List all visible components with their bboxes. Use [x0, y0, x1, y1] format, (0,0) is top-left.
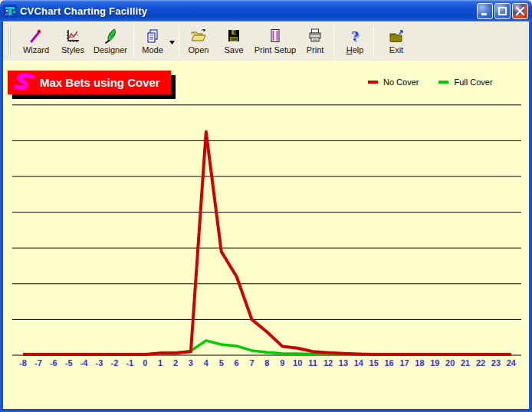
- wizard-label: Wizard: [23, 45, 49, 54]
- styles-label: Styles: [61, 45, 84, 54]
- print-setup-label: Print Setup: [255, 45, 296, 54]
- open-button[interactable]: Open: [183, 25, 214, 60]
- toolbar-grip[interactable]: [7, 26, 11, 57]
- help-label: Help: [346, 45, 364, 54]
- toolbar-separator: [133, 26, 134, 57]
- save-button[interactable]: Save: [218, 25, 249, 60]
- x-axis-label: 23: [488, 358, 504, 368]
- toolbar-separator: [179, 26, 179, 57]
- x-axis-label: 3: [182, 358, 199, 368]
- question-mark-icon: ?: [351, 27, 359, 44]
- x-axis-label: 22: [472, 358, 489, 368]
- print-label: Print: [307, 45, 324, 54]
- app-chart-icon: [3, 5, 17, 18]
- floppy-disk-icon: [226, 27, 241, 44]
- chart-styles-icon: [65, 27, 80, 44]
- x-axis-label: 16: [381, 358, 398, 368]
- print-setup-button[interactable]: Print Setup: [251, 25, 300, 60]
- x-axis-label: 7: [244, 358, 261, 368]
- open-label: Open: [189, 45, 209, 54]
- x-axis-label: 1: [152, 358, 169, 368]
- window-bottom-border: [0, 409, 532, 412]
- x-axis-label: 10: [289, 358, 306, 368]
- page-setup-icon: [268, 27, 283, 44]
- save-label: Save: [224, 45, 243, 54]
- help-button[interactable]: ? Help: [340, 25, 370, 60]
- x-axis-label: -8: [15, 358, 31, 368]
- x-axis-label: 24: [503, 358, 520, 368]
- magic-wand-icon: [28, 27, 44, 44]
- x-axis-label: 21: [457, 358, 474, 368]
- window-right-border: [529, 21, 532, 409]
- x-axis-label: 19: [426, 358, 443, 368]
- minimize-button[interactable]: [477, 3, 493, 19]
- x-axis-label: 8: [258, 358, 275, 368]
- x-axis-label: 5: [213, 358, 230, 368]
- chart-plot-area: [3, 61, 529, 409]
- wizard-button[interactable]: Wizard: [18, 25, 54, 60]
- x-axis-label: 14: [350, 358, 367, 368]
- series-line-no-cover: [23, 132, 511, 354]
- x-axis-label: 9: [274, 358, 291, 368]
- exit-button[interactable]: Exit: [381, 25, 412, 60]
- x-axis-label: 2: [167, 358, 184, 368]
- x-axis-label: 12: [320, 358, 337, 368]
- window-controls: [477, 3, 528, 19]
- designer-button[interactable]: Designer: [90, 25, 131, 60]
- x-axis-label: 18: [411, 358, 428, 368]
- exit-folder-icon: [388, 27, 405, 44]
- x-axis-label: -4: [76, 358, 93, 368]
- x-axis-label: -2: [106, 358, 123, 368]
- mode-label: Mode: [142, 45, 163, 54]
- app-window: CVChart Charting Facillity: [0, 0, 532, 412]
- feather-pen-icon: [103, 27, 118, 44]
- toolbar-separator: [373, 26, 374, 57]
- x-axis-label: 11: [304, 358, 321, 368]
- x-axis-label: -5: [61, 358, 77, 368]
- x-axis-label: 0: [136, 358, 153, 368]
- x-axis-label: -1: [121, 358, 138, 368]
- x-axis-label: 20: [442, 358, 458, 368]
- x-axis-label: -7: [30, 358, 47, 368]
- x-axis-label: -3: [91, 358, 108, 368]
- close-button[interactable]: [512, 3, 528, 19]
- series-line-full-cover: [160, 341, 389, 354]
- toolbar-separator: [333, 26, 334, 57]
- print-button[interactable]: Print: [300, 25, 330, 60]
- mode-dropdown-arrow[interactable]: [167, 25, 176, 60]
- x-axis-label: -6: [45, 358, 62, 368]
- styles-button[interactable]: Styles: [56, 25, 90, 60]
- x-axis-label: 17: [396, 358, 413, 368]
- designer-label: Designer: [94, 45, 127, 54]
- x-axis-label: 13: [335, 358, 352, 368]
- window-title: CVChart Charting Facillity: [20, 5, 477, 17]
- printer-icon: [307, 27, 323, 44]
- x-axis-label: 6: [228, 358, 245, 368]
- chart-panel: Max Bets using Cover No Cover Full Cover…: [3, 61, 529, 409]
- mode-button[interactable]: Mode: [138, 25, 167, 60]
- x-axis-label: 4: [198, 358, 215, 368]
- titlebar: CVChart Charting Facillity: [0, 0, 532, 21]
- open-folder-icon: [190, 27, 207, 44]
- x-axis-label: 15: [366, 358, 383, 368]
- toolbar: Wizard Styles: [3, 21, 529, 61]
- maximize-button[interactable]: [494, 3, 511, 19]
- copy-pages-icon: [145, 27, 160, 44]
- exit-label: Exit: [389, 45, 403, 54]
